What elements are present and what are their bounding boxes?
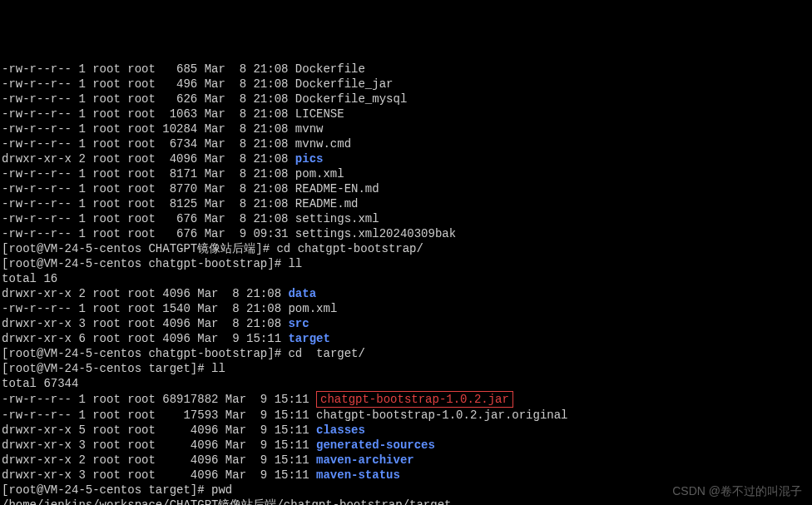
ls-row: drwxr-xr-x 2 root root 4096 Mar 9 15:11 … — [2, 453, 810, 468]
command: ll — [288, 257, 302, 270]
command: ll — [211, 362, 225, 375]
dir-name: generated-sources — [316, 438, 435, 452]
highlighted-file: chatgpt-bootstrap-1.0.2.jar — [316, 391, 513, 408]
ls-row: -rw-r--r-- 1 root root 676 Mar 9 09:31 s… — [2, 226, 810, 241]
terminal-window[interactable]: { "listing1": [ {"perm":"-rw-r--r--","n"… — [0, 0, 812, 505]
command: cd chatgpt-bootstrap/ — [276, 242, 423, 255]
prompt-text: [root@VM-24-5-centos target]# — [2, 362, 211, 375]
prompt-text: [root@VM-24-5-centos CHATGPT镜像站后端]# — [2, 242, 276, 255]
prompt-line[interactable]: [root@VM-24-5-centos chatgpt-bootstrap]#… — [2, 256, 810, 271]
command: pwd — [211, 483, 232, 497]
total-line: total 16 — [2, 271, 810, 286]
prompt-line[interactable]: [root@VM-24-5-centos target]# ll — [2, 361, 810, 376]
dir-name: maven-status — [316, 468, 400, 482]
total-line: total 67344 — [2, 376, 810, 391]
ls-row: drwxr-xr-x 2 root root 4096 Mar 8 21:08 … — [2, 151, 810, 166]
file-name: Dockerfile_mysql — [295, 92, 407, 106]
file-name: pom.xml — [288, 302, 337, 315]
ls-row: drwxr-xr-x 5 root root 4096 Mar 9 15:11 … — [2, 423, 810, 438]
ls-row: -rw-r--r-- 1 root root 685 Mar 8 21:08 D… — [2, 62, 810, 77]
command: cd target/ — [288, 347, 364, 360]
dir-name: src — [288, 317, 309, 330]
prompt-text: [root@VM-24-5-centos chatgpt-bootstrap]# — [2, 257, 288, 270]
ls-row: drwxr-xr-x 6 root root 4096 Mar 9 15:11 … — [2, 331, 810, 346]
pwd-output: /home/jenkins/workspace/CHATGPT镜像站后端/cha… — [2, 498, 810, 505]
file-name: README-EN.md — [295, 182, 379, 196]
ls-row: -rw-r--r-- 1 root root 676 Mar 8 21:08 s… — [2, 211, 810, 226]
ls-row: -rw-r--r-- 1 root root 496 Mar 8 21:08 D… — [2, 77, 810, 92]
file-name: chatgpt-bootstrap-1.0.2.jar.original — [316, 408, 567, 422]
ls-row: -rw-r--r-- 1 root root 68917882 Mar 9 15… — [2, 391, 810, 408]
ls-row: drwxr-xr-x 3 root root 4096 Mar 9 15:11 … — [2, 468, 810, 483]
ls-row: -rw-r--r-- 1 root root 626 Mar 8 21:08 D… — [2, 92, 810, 106]
ls-row: -rw-r--r-- 1 root root 17593 Mar 9 15:11… — [2, 408, 810, 423]
dir-name: pics — [295, 152, 324, 166]
file-name: LICENSE — [295, 107, 344, 121]
ls-row: -rw-r--r-- 1 root root 1063 Mar 8 21:08 … — [2, 106, 810, 121]
ls-row: -rw-r--r-- 1 root root 8770 Mar 8 21:08 … — [2, 181, 810, 196]
ls-row: drwxr-xr-x 2 root root 4096 Mar 8 21:08 … — [2, 286, 810, 301]
ls-row: drwxr-xr-x 3 root root 4096 Mar 8 21:08 … — [2, 316, 810, 331]
ls-row: -rw-r--r-- 1 root root 10284 Mar 8 21:08… — [2, 121, 810, 136]
file-name: Dockerfile — [295, 62, 365, 76]
file-name: Dockerfile_jar — [295, 77, 394, 91]
watermark: CSDN @卷不过的叫混子 — [672, 483, 802, 498]
file-name: mvnw.cmd — [295, 137, 351, 151]
ls-row: -rw-r--r-- 1 root root 8125 Mar 8 21:08 … — [2, 196, 810, 211]
dir-name: classes — [316, 423, 365, 437]
prompt-line[interactable]: [root@VM-24-5-centos chatgpt-bootstrap]#… — [2, 346, 810, 361]
file-name: settings.xml20240309bak — [295, 227, 456, 240]
dir-name: data — [288, 287, 316, 300]
file-name: README.md — [295, 197, 359, 210]
prompt-text: [root@VM-24-5-centos target]# — [2, 483, 211, 497]
file-name: pom.xml — [295, 167, 344, 181]
ls-row: -rw-r--r-- 1 root root 1540 Mar 8 21:08 … — [2, 301, 810, 316]
ls-row: drwxr-xr-x 3 root root 4096 Mar 9 15:11 … — [2, 438, 810, 453]
prompt-text: [root@VM-24-5-centos chatgpt-bootstrap]# — [2, 347, 288, 360]
ls-row: -rw-r--r-- 1 root root 6734 Mar 8 21:08 … — [2, 136, 810, 151]
file-name: settings.xml — [295, 212, 379, 225]
ls-row: -rw-r--r-- 1 root root 8171 Mar 8 21:08 … — [2, 166, 810, 181]
dir-name: target — [288, 332, 329, 345]
file-name: mvnw — [295, 122, 324, 136]
dir-name: maven-archiver — [316, 453, 414, 467]
terminal-output[interactable]: -rw-r--r-- 1 root root 685 Mar 8 21:08 D… — [2, 62, 810, 505]
prompt-line[interactable]: [root@VM-24-5-centos CHATGPT镜像站后端]# cd c… — [2, 241, 810, 256]
